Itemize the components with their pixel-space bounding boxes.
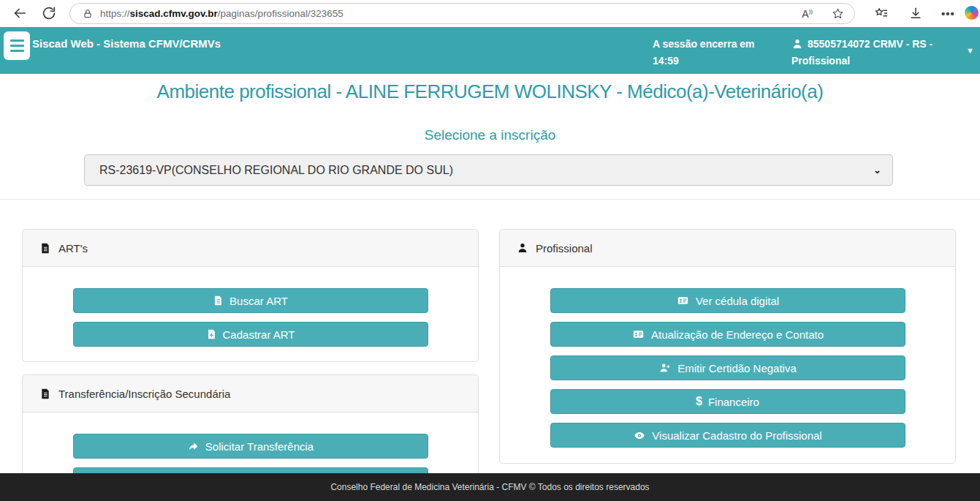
app-header: Siscad Web - Sistema CFMV/CRMVs A sessão… [0, 27, 980, 74]
footer: Conselho Federal de Medicina Veterinária… [0, 473, 980, 501]
file-icon [213, 295, 224, 306]
panel-arts-header: ART's [23, 230, 478, 267]
person-plus-icon [658, 362, 672, 374]
chevron-down-icon[interactable]: ▼ [966, 46, 974, 55]
file-plus-icon [206, 328, 217, 340]
download-icon[interactable] [908, 6, 923, 20]
panel-professional: Profissional Ver cédula digital Atualiza… [499, 229, 956, 464]
share-arrow-icon [187, 440, 200, 453]
panel-transfer-header: Transferência/Inscrição Secundária [23, 375, 478, 413]
session-timer: A sessão encerra em 14:59 [653, 36, 762, 69]
ver-cedula-digital-button[interactable]: Ver cédula digital [550, 288, 905, 313]
user-icon [791, 38, 803, 50]
dollar-icon: $ [696, 396, 702, 407]
section-divider [0, 199, 980, 200]
session-time: 14:59 [653, 55, 679, 67]
select-chevron-icon: ⌄ [873, 165, 881, 176]
solicitar-transferencia-button[interactable]: Solicitar Transferência [73, 434, 428, 459]
visualizar-cadastro-button[interactable]: Visualizar Cadastro do Profissional [550, 423, 905, 448]
user-label: 85505714072 CRMV - RS - Profissional [791, 38, 932, 67]
browser-toolbar: https://siscad.cfmv.gov.br/paginas/profi… [0, 0, 980, 27]
cadastrar-art-button[interactable]: Cadastrar ART [73, 322, 428, 347]
page-title: Ambiente profissional - ALINE FERRUGEM W… [0, 80, 980, 103]
footer-text: Conselho Federal de Medicina Veterinária… [330, 482, 649, 492]
panel-transfer-title: Transferência/Inscrição Secundária [58, 388, 230, 400]
back-icon[interactable] [12, 5, 28, 21]
favorites-bar-icon[interactable] [874, 6, 889, 20]
atualizacao-endereco-button[interactable]: Atualização de Endereço e Contato [550, 322, 905, 347]
copilot-icon[interactable] [965, 6, 979, 20]
favorite-star-icon[interactable] [832, 7, 844, 20]
panel-professional-header: Profissional [500, 230, 955, 267]
emitir-certidao-button[interactable]: Emitir Certidão Negativa [550, 355, 905, 380]
id-card-icon [676, 295, 690, 306]
registration-select-value: RS-23619-VP(CONSELHO REGIONAL DO RIO GRA… [99, 164, 453, 177]
address-bar[interactable]: https://siscad.cfmv.gov.br/paginas/profi… [69, 3, 855, 24]
person-icon [517, 242, 528, 254]
document-icon [39, 388, 51, 400]
user-menu[interactable]: 85505714072 CRMV - RS - Profissional [791, 36, 949, 69]
app-title: Siscad Web - Sistema CFMV/CRMVs [32, 37, 221, 50]
hamburger-menu-button[interactable] [4, 31, 30, 60]
panel-arts: ART's Buscar ART Cadastrar ART [22, 229, 479, 362]
select-registration-label: Selecione a inscrição [0, 127, 980, 143]
id-card-icon [631, 328, 645, 340]
url-text: https://siscad.cfmv.gov.br/paginas/profi… [100, 8, 343, 19]
document-icon [39, 242, 51, 255]
eye-icon [633, 430, 646, 441]
panel-professional-title: Profissional [536, 242, 593, 255]
registration-select[interactable]: RS-23619-VP(CONSELHO REGIONAL DO RIO GRA… [84, 154, 893, 186]
reload-icon[interactable] [41, 5, 57, 21]
buscar-art-button[interactable]: Buscar ART [73, 288, 428, 313]
read-aloud-icon[interactable]: A)) [802, 8, 813, 20]
financeiro-button[interactable]: $ Financeiro [550, 389, 905, 414]
lock-icon [83, 9, 93, 19]
panel-arts-title: ART's [58, 242, 88, 255]
